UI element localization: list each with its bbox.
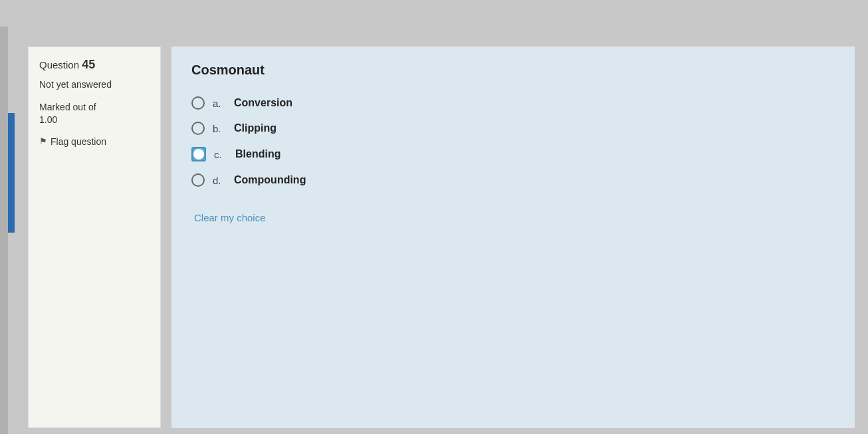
top-section: Question 45 Not yet answered Marked out …: [28, 47, 855, 428]
main-content: Question 45 Not yet answered Marked out …: [15, 27, 868, 434]
marked-label: Marked out of: [39, 102, 96, 112]
option-d-letter: d.: [213, 175, 226, 186]
question-info-box: Question 45 Not yet answered Marked out …: [28, 47, 161, 428]
option-c[interactable]: c. Blending: [191, 147, 835, 162]
option-a[interactable]: a. Conversion: [191, 96, 835, 110]
option-c-letter: c.: [214, 149, 227, 160]
question-number-value: 45: [82, 58, 95, 71]
option-a-text: Conversion: [234, 97, 292, 109]
option-c-text: Blending: [235, 148, 280, 160]
option-d-radio[interactable]: [191, 173, 205, 187]
option-a-radio[interactable]: [191, 96, 205, 110]
question-content-box: Cosmonaut a. Conversion b. Clipping: [171, 47, 855, 428]
flag-question-button[interactable]: ⚑ Flag question: [39, 136, 150, 147]
flag-question-label: Flag question: [51, 136, 106, 147]
option-d[interactable]: d. Compounding: [191, 173, 835, 187]
option-a-letter: a.: [213, 98, 226, 109]
scrollbar[interactable]: [0, 27, 8, 434]
option-c-radio-selected[interactable]: [191, 147, 206, 162]
question-title: Cosmonaut: [191, 62, 835, 78]
question-label: Question: [39, 59, 79, 70]
marked-value: 1.00: [39, 114, 57, 125]
clear-choice-link[interactable]: Clear my choice: [194, 212, 266, 223]
marked-out-info: Marked out of 1.00: [39, 101, 150, 127]
question-number: Question 45: [39, 58, 150, 72]
question-status: Not yet answered: [39, 78, 150, 92]
options-list: a. Conversion b. Clipping c. Blending: [191, 96, 835, 187]
option-b[interactable]: b. Clipping: [191, 122, 835, 135]
bottom-navigation: Previous page: [28, 428, 855, 434]
option-b-letter: b.: [213, 123, 226, 134]
flag-icon: ⚑: [39, 136, 47, 146]
option-b-radio[interactable]: [191, 122, 205, 135]
option-b-text: Clipping: [234, 122, 276, 134]
option-d-text: Compounding: [234, 174, 306, 186]
left-accent-bar: [8, 113, 15, 233]
